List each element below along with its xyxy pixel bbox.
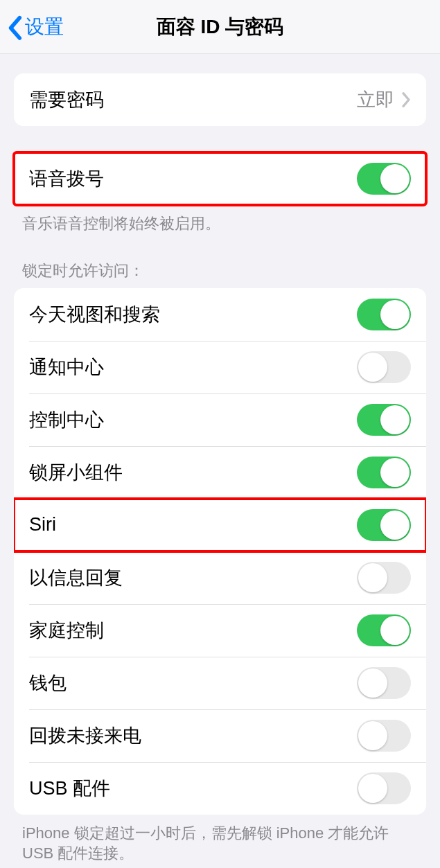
lock-access-toggle[interactable] [357, 509, 411, 541]
lock-access-label: 回拨未接来电 [29, 723, 357, 748]
lock-access-toggle[interactable] [357, 562, 411, 594]
lock-access-label: 以信息回复 [29, 565, 357, 590]
row-lock-access: USB 配件 [14, 762, 426, 815]
voice-dial-label: 语音拨号 [29, 166, 357, 191]
lock-access-label: 家庭控制 [29, 618, 357, 643]
row-lock-access: 回拨未接来电 [14, 709, 426, 762]
lock-access-toggle[interactable] [357, 404, 411, 436]
row-lock-access: 今天视图和搜索 [14, 288, 426, 341]
lock-access-toggle[interactable] [357, 720, 411, 752]
back-button[interactable]: 设置 [0, 14, 64, 40]
lock-access-toggle[interactable] [357, 667, 411, 699]
nav-bar: 设置 面容 ID 与密码 [0, 0, 440, 54]
lock-access-toggle[interactable] [357, 299, 411, 330]
row-lock-access: 锁屏小组件 [14, 446, 426, 499]
chevron-left-icon [7, 15, 22, 39]
lock-access-toggle[interactable] [357, 351, 411, 383]
lock-access-label: 锁屏小组件 [29, 460, 357, 485]
lock-access-toggle[interactable] [357, 457, 411, 488]
row-voice-dial: 语音拨号 [14, 152, 426, 205]
lock-access-toggle[interactable] [357, 772, 411, 804]
lock-access-label: 通知中心 [29, 355, 357, 380]
group-voice-dial: 语音拨号 [14, 152, 426, 205]
back-label: 设置 [25, 14, 64, 40]
group-allow-when-locked: 今天视图和搜索通知中心控制中心锁屏小组件Siri以信息回复家庭控制钱包回拨未接来… [14, 288, 426, 815]
row-lock-access: 钱包 [14, 657, 426, 709]
lock-access-toggle[interactable] [357, 614, 411, 646]
lock-access-label: 钱包 [29, 671, 357, 696]
voice-dial-footer: 音乐语音控制将始终被启用。 [0, 205, 440, 234]
lock-access-label: 控制中心 [29, 407, 357, 432]
row-lock-access: 以信息回复 [14, 551, 426, 604]
allow-when-locked-header: 锁定时允许访问： [0, 260, 440, 288]
row-lock-access: 通知中心 [14, 341, 426, 393]
page-title: 面容 ID 与密码 [0, 14, 440, 40]
lock-access-label: USB 配件 [29, 776, 357, 801]
lock-access-label: Siri [29, 514, 357, 535]
lock-access-label: 今天视图和搜索 [29, 302, 357, 327]
voice-dial-toggle[interactable] [357, 163, 411, 195]
row-lock-access: 控制中心 [14, 393, 426, 446]
row-require-passcode[interactable]: 需要密码 立即 [14, 73, 426, 126]
require-passcode-value: 立即 [357, 87, 394, 112]
allow-when-locked-footer: iPhone 锁定超过一小时后，需先解锁 iPhone 才能允许USB 配件连接… [0, 815, 440, 864]
row-lock-access: 家庭控制 [14, 604, 426, 657]
require-passcode-label: 需要密码 [29, 87, 357, 112]
row-lock-access: Siri [14, 499, 426, 551]
group-require-passcode: 需要密码 立即 [14, 73, 426, 126]
chevron-right-icon [401, 91, 411, 108]
